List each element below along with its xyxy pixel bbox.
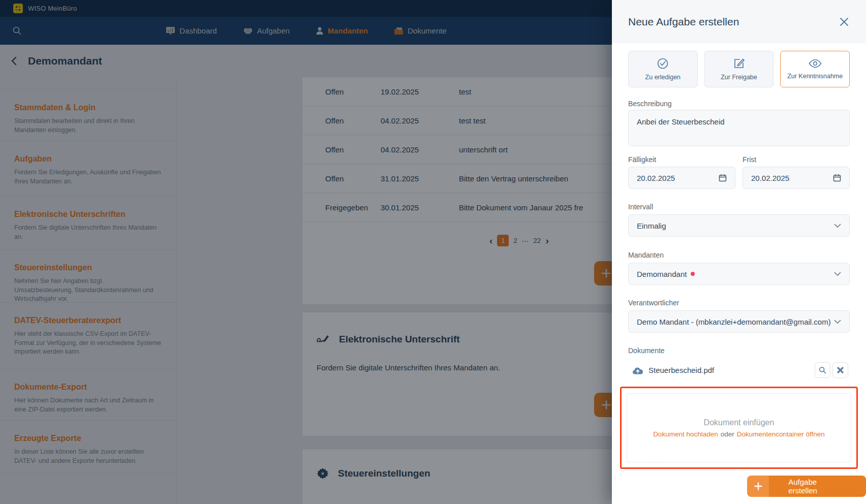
description-textarea[interactable]: Anbei der Steuerbescheid [628, 110, 850, 146]
clients-select[interactable]: Demomandant [628, 263, 850, 285]
magnifier-icon [819, 366, 826, 374]
interval-select[interactable]: Einmalig [628, 214, 850, 237]
plus-icon [747, 476, 769, 497]
create-task-button[interactable]: Aufgabe erstellen [747, 476, 866, 497]
chevron-down-icon [834, 224, 841, 228]
dropzone-title: Dokument einfügen [704, 418, 775, 427]
chevron-down-icon [834, 320, 841, 324]
open-container-link[interactable]: Dokumentencontainer öffnen [737, 430, 825, 438]
deadline-date-field[interactable]: 20.02.2025 [743, 167, 850, 189]
create-task-drawer: Neue Aufgabe erstellen Zu erledigen Zur … [612, 0, 866, 504]
calendar-icon[interactable] [719, 174, 727, 182]
close-icon[interactable] [840, 17, 849, 26]
cloud-upload-icon [632, 366, 643, 374]
description-label: Beschreibung [628, 100, 672, 108]
responsible-label: Verantwortlicher [628, 299, 679, 307]
client-status-dot [691, 272, 695, 276]
due-date-field[interactable]: 20.02.2025 [628, 167, 735, 189]
edit-icon [733, 57, 745, 70]
drawer-title: Neue Aufgabe erstellen [628, 16, 739, 28]
check-circle-icon [657, 57, 669, 70]
eye-icon [809, 58, 822, 69]
documents-label: Dokumente [628, 346, 665, 355]
clients-label: Mandanten [628, 251, 664, 259]
dropzone-or-text: oder [721, 430, 734, 438]
due-label: Fälligkeit [628, 155, 656, 164]
interval-label: Intervall [628, 203, 653, 211]
x-icon [837, 367, 844, 373]
deadline-label: Frist [743, 155, 756, 164]
create-task-label: Aufgabe erstellen [769, 476, 866, 497]
preview-document-button[interactable] [815, 362, 830, 378]
responsible-select[interactable]: Demo Mandant - (mbkanzlei+demomandant@gm… [628, 310, 850, 333]
task-type-zur-kenntnisnahme[interactable]: Zur Kenntnisnahme [780, 51, 850, 87]
upload-document-link[interactable]: Dokument hochladen [653, 430, 718, 438]
calendar-icon[interactable] [833, 174, 841, 182]
chevron-down-icon [834, 272, 841, 276]
document-file-name: Steuerbescheid.pdf [648, 366, 815, 374]
remove-document-button[interactable] [832, 362, 848, 378]
document-list-item: Steuerbescheid.pdf [632, 362, 848, 378]
document-dropzone[interactable]: Dokument einfügen Dokument hochladen ode… [620, 387, 858, 469]
task-type-zur-freigabe[interactable]: Zur Freigabe [704, 51, 774, 87]
task-type-zu-erledigen[interactable]: Zu erledigen [628, 51, 698, 87]
